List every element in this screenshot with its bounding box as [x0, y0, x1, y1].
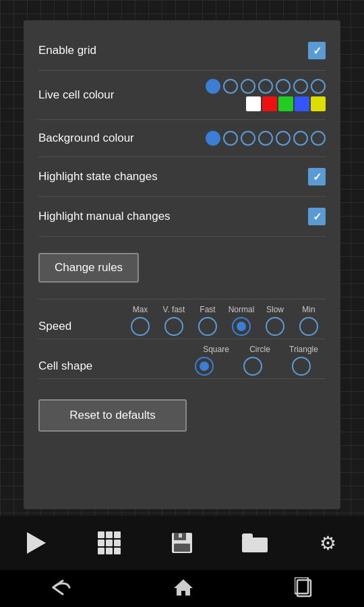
divider-7 — [38, 339, 326, 339]
speed-label-max: Max — [123, 305, 157, 314]
floppy-disk-icon — [171, 531, 193, 554]
save-button[interactable] — [167, 528, 197, 558]
background-colour-row: Background colour — [38, 123, 326, 154]
reset-section: Reset to defaults — [38, 382, 326, 440]
folder-icon — [242, 532, 268, 554]
speed-label-slow: Slow — [258, 305, 292, 314]
back-icon — [51, 579, 72, 596]
settings-button[interactable]: ⚙ — [313, 528, 342, 558]
svg-rect-4 — [242, 538, 268, 552]
shape-radio-square[interactable] — [195, 357, 214, 376]
change-rules-button[interactable]: Change rules — [38, 253, 139, 283]
folder-button[interactable] — [240, 528, 270, 558]
shape-radio-group — [180, 357, 326, 376]
speed-labels-row: Max V. fast Fast Normal Slow Min — [38, 305, 326, 314]
svg-marker-6 — [174, 579, 193, 596]
speed-label-normal: Normal — [224, 305, 258, 314]
speed-label-min: Min — [292, 305, 326, 314]
shape-label-square: Square — [194, 345, 238, 354]
swatch-yellow[interactable] — [311, 96, 326, 111]
live-cell-circle-2[interactable] — [241, 79, 255, 94]
shape-label-circle: Circle — [238, 345, 282, 354]
speed-radio-slow[interactable] — [266, 317, 284, 336]
bg-circle-0[interactable] — [206, 131, 220, 146]
enable-grid-checkbox[interactable] — [308, 42, 326, 59]
live-cell-circle-1[interactable] — [223, 79, 238, 94]
back-button[interactable] — [51, 579, 72, 598]
bottom-toolbar: ⚙ — [0, 516, 364, 570]
background-colour-options — [206, 131, 326, 146]
speed-radio-normal[interactable] — [232, 317, 251, 336]
bg-circle-4[interactable] — [276, 131, 291, 146]
speed-radio-fast[interactable] — [198, 317, 217, 336]
shape-options-row: Cell shape — [38, 357, 326, 376]
cell-shape-section: Square Circle Triangle Cell shape — [38, 345, 326, 376]
bg-circle-3[interactable] — [258, 131, 273, 146]
shape-radio-circle[interactable] — [243, 357, 262, 376]
speed-radio-group — [123, 317, 326, 336]
enable-grid-label: Enable grid — [38, 44, 96, 57]
speed-radio-max[interactable] — [131, 317, 150, 336]
swatch-white[interactable] — [246, 96, 261, 111]
play-icon — [27, 532, 46, 554]
live-cell-circle-5[interactable] — [293, 79, 308, 94]
live-cell-circle-0[interactable] — [206, 79, 220, 94]
highlight-manual-label: Highlight manual changes — [38, 210, 171, 223]
live-cell-circle-6[interactable] — [311, 79, 326, 94]
svg-rect-2 — [179, 533, 182, 538]
speed-radio-min[interactable] — [299, 317, 318, 336]
live-cell-swatches — [246, 96, 326, 111]
speed-label: Speed — [38, 320, 71, 333]
highlight-state-row: Highlight state changes — [38, 160, 326, 194]
live-cell-circle-3[interactable] — [258, 79, 273, 94]
speed-label-vfast: V. fast — [157, 305, 191, 314]
settings-panel: Enable grid Live cell colour — [24, 20, 340, 509]
svg-rect-5 — [242, 533, 253, 539]
divider-5 — [38, 236, 326, 237]
live-cell-colour-options — [206, 79, 326, 111]
shape-radio-triangle[interactable] — [292, 357, 311, 376]
divider-4 — [38, 196, 326, 197]
speed-section: Max V. fast Fast Normal Slow Min Speed — [38, 305, 326, 336]
bg-circle-2[interactable] — [241, 131, 255, 146]
divider-3 — [38, 156, 326, 157]
recents-button[interactable] — [295, 577, 313, 600]
divider-2 — [38, 119, 326, 120]
divider-1 — [38, 70, 326, 71]
highlight-manual-row: Highlight manual changes — [38, 200, 326, 233]
recents-icon — [295, 577, 313, 598]
change-rules-section: Change rules — [38, 239, 326, 296]
play-button[interactable] — [22, 528, 51, 558]
home-icon — [173, 577, 193, 598]
live-cell-colour-label: Live cell colour — [38, 88, 114, 102]
reset-button[interactable]: Reset to defaults — [38, 399, 187, 432]
divider-8 — [38, 378, 326, 379]
speed-radio-vfast[interactable] — [164, 317, 183, 336]
background-colour-label: Background colour — [38, 132, 134, 145]
enable-grid-row: Enable grid — [38, 34, 326, 67]
speed-options-row: Speed — [38, 317, 326, 336]
live-cell-circle-4[interactable] — [276, 79, 291, 94]
nav-bar — [0, 570, 364, 607]
speed-label-fast: Fast — [191, 305, 224, 314]
cell-shape-label: Cell shape — [38, 359, 92, 373]
live-cell-circles — [206, 79, 326, 94]
highlight-state-label: Highlight state changes — [38, 170, 158, 183]
grid-icon — [98, 531, 121, 554]
bg-circle-5[interactable] — [293, 131, 308, 146]
grid-button[interactable] — [94, 528, 124, 558]
live-cell-colour-row: Live cell colour — [38, 74, 326, 117]
svg-rect-3 — [174, 544, 190, 552]
highlight-manual-checkbox[interactable] — [308, 208, 326, 225]
swatch-red[interactable] — [262, 96, 277, 111]
swatch-blue[interactable] — [295, 96, 309, 111]
shape-label-triangle: Triangle — [282, 345, 326, 354]
swatch-green[interactable] — [278, 96, 293, 111]
home-button[interactable] — [173, 577, 193, 600]
highlight-state-checkbox[interactable] — [308, 168, 326, 185]
gear-icon: ⚙ — [320, 532, 336, 554]
shape-labels-row: Square Circle Triangle — [38, 345, 326, 354]
bg-circle-1[interactable] — [223, 131, 238, 146]
bg-circle-6[interactable] — [311, 131, 326, 146]
divider-6 — [38, 299, 326, 299]
